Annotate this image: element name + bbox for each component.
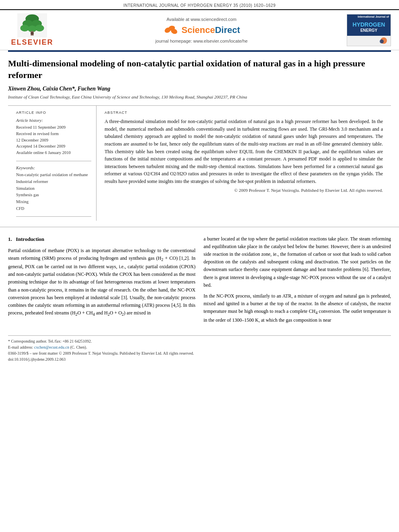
two-column-layout: 1. Introduction Partial oxidation of met… <box>8 235 391 327</box>
elsevier-tree-icon <box>16 13 48 37</box>
keyword-2: Industrial reformer <box>16 179 91 185</box>
keyword-4: Synthesis gas <box>16 192 91 199</box>
elsevier-logo: ELSEVIER <box>8 13 56 47</box>
authors-text: Xinwen Zhou, Caixia Chen*, Fuchen Wang <box>8 86 110 92</box>
available-online: Available online 6 January 2010 <box>16 150 91 156</box>
sciencedirect-icon <box>163 24 179 36</box>
keyword-3: Simulation <box>16 185 91 192</box>
main-content: 1. Introduction Partial oxidation of met… <box>0 227 399 331</box>
intro-heading-text: Introduction <box>16 236 45 242</box>
svg-point-8 <box>31 32 33 35</box>
section-number: 1. <box>8 236 12 242</box>
abstract-text: A three-dimensional simulation model for… <box>105 118 383 185</box>
journal-title-bar: INTERNATIONAL JOURNAL OF HYDROGEN ENERGY… <box>123 3 276 8</box>
divider-1 <box>16 161 91 161</box>
he-graphic-icon <box>378 37 390 45</box>
he-top-bar: International Journal of <box>347 14 391 19</box>
intro-heading: 1. Introduction <box>8 235 195 244</box>
footnote-section: * Corresponding author. Tel./fax: +86 21… <box>8 335 391 362</box>
intro-para-left-1: Partial oxidation of methane (POX) is an… <box>8 247 195 318</box>
footnote-email: E-mail address: cxchen@ecust.edu.cn (C. … <box>8 344 391 350</box>
footnote-corresponding: * Corresponding author. Tel./fax: +86 21… <box>8 338 391 344</box>
keyword-1: Non-catalytic partial oxidation of metha… <box>16 172 91 179</box>
journal-url: journal homepage: www.elsevier.com/locat… <box>155 39 247 43</box>
he-title: HYDROGEN ENERGY <box>347 19 391 36</box>
article-body: ARTICLE INFO Article history: Received 1… <box>8 105 391 221</box>
he-bottom <box>347 36 391 46</box>
article-title: Multi-dimensional modeling of non-cataly… <box>8 58 391 81</box>
intro-para-right-1: a burner located at the top where the pa… <box>204 235 391 289</box>
authors: Xinwen Zhou, Caixia Chen*, Fuchen Wang <box>8 86 391 92</box>
article-history-section: Article history: Received 11 September 2… <box>16 118 91 156</box>
affiliation: Institute of Clean Coal Technology, East… <box>8 94 391 99</box>
intro-para-right-2: In the NC-POX process, similarly to an A… <box>204 292 391 324</box>
corresponding-author-text: * Corresponding author. Tel./fax: +86 21… <box>8 339 92 343</box>
revised-label: Received in revised form <box>16 131 91 137</box>
article-info-label: ARTICLE INFO <box>16 111 91 115</box>
accepted-date: Accepted 14 December 2009 <box>16 143 91 150</box>
available-text: Available at www.sciencedirect.com <box>167 17 237 22</box>
footnote-issn: 0360-3199/$ – see front matter © 2009 Pr… <box>8 350 391 356</box>
top-banner: ELSEVIER Available at www.sciencedirect.… <box>0 9 399 50</box>
keywords-title: Keywords: <box>16 165 91 170</box>
keyword-6: CFD <box>16 205 91 212</box>
intro-right-column: a burner located at the top where the pa… <box>204 235 391 327</box>
email-link[interactable]: cxchen@ecust.edu.cn <box>34 345 69 349</box>
history-title: Article history: <box>16 118 91 123</box>
divider-2 <box>16 216 91 217</box>
svg-point-13 <box>380 39 384 43</box>
sciencedirect-logo: ScienceDirect <box>163 24 240 36</box>
elsevier-text: ELSEVIER <box>11 38 53 47</box>
journal-header: INTERNATIONAL JOURNAL OF HYDROGEN ENERGY… <box>0 0 399 9</box>
copyright-line: © 2009 Professor T. Nejat Veziroglu. Pub… <box>105 188 383 193</box>
keyword-5: Mixing <box>16 199 91 205</box>
article-title-section: Multi-dimensional modeling of non-cataly… <box>0 52 399 105</box>
article-info-column: ARTICLE INFO Article history: Received 1… <box>16 106 97 221</box>
footnote-doi: doi:10.1016/j.ijhydene.2009.12.063 <box>8 356 391 362</box>
center-logo-area: Available at www.sciencedirect.com Scien… <box>56 17 347 43</box>
svg-point-6 <box>35 25 44 32</box>
abstract-label: ABSTRACT <box>105 111 383 115</box>
hydrogen-energy-logo: International Journal of HYDROGEN ENERGY <box>347 14 391 46</box>
revised-date: 12 December 2009 <box>16 137 91 144</box>
received-date: Received 11 September 2009 <box>16 124 91 131</box>
intro-left-column: 1. Introduction Partial oxidation of met… <box>8 235 195 327</box>
keywords-section: Keywords: Non-catalytic partial oxidatio… <box>16 165 91 212</box>
sciencedirect-text: ScienceDirect <box>181 25 240 35</box>
abstract-column: ABSTRACT A three-dimensional simulation … <box>105 106 383 221</box>
